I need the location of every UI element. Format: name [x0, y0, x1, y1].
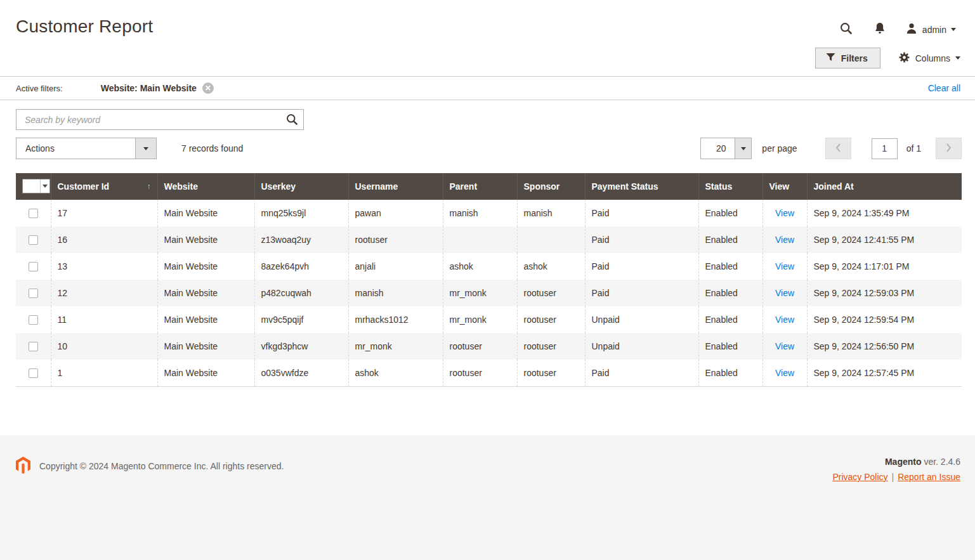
cell-username: anjali — [348, 253, 443, 280]
row-checkbox[interactable] — [29, 235, 38, 245]
bell-icon — [874, 22, 886, 37]
row-checkbox[interactable] — [29, 315, 38, 325]
column-header-customer-id[interactable]: Customer Id ↑ — [51, 173, 157, 200]
column-header-website[interactable]: Website — [157, 173, 254, 200]
column-header-view[interactable]: View — [762, 173, 807, 200]
column-header-parent[interactable]: Parent — [443, 173, 517, 200]
clear-all-link[interactable]: Clear all — [928, 83, 960, 93]
cell-sponsor: ashok — [517, 253, 585, 280]
cell-sponsor: rootuser — [517, 333, 585, 360]
sort-ascending-icon: ↑ — [147, 182, 151, 191]
magento-logo — [16, 457, 30, 476]
active-filters-label: Active filters: — [16, 84, 63, 93]
column-header-sponsor[interactable]: Sponsor — [517, 173, 585, 200]
chevron-down-icon — [735, 138, 751, 159]
view-link[interactable]: View — [775, 315, 794, 325]
columns-control[interactable]: Columns — [898, 51, 960, 65]
cell-joined-at: Sep 9, 2024 12:56:50 PM — [807, 333, 962, 360]
cell-parent: manish — [443, 200, 517, 226]
cell-userkey: mnq25ks9jl — [254, 200, 348, 226]
cell-parent: ashok — [443, 253, 517, 280]
cell-username: manish — [348, 280, 443, 306]
global-search-button[interactable] — [838, 20, 854, 39]
row-checkbox[interactable] — [29, 289, 38, 298]
filters-button-label: Filters — [841, 53, 868, 63]
search-submit-button[interactable] — [284, 112, 300, 129]
cell-payment-status: Unpaid — [585, 333, 698, 360]
columns-label: Columns — [915, 53, 950, 63]
admin-account-menu[interactable]: admin — [905, 22, 956, 37]
view-link[interactable]: View — [775, 341, 794, 351]
chevron-down-icon — [135, 138, 156, 159]
notifications-button[interactable] — [872, 20, 887, 39]
cell-username: pawan — [348, 200, 443, 226]
chevron-down-icon — [40, 179, 49, 193]
table-row: 12 Main Website p482cuqwah manish mr_mon… — [16, 280, 962, 306]
per-page-dropdown[interactable]: 20 — [700, 138, 752, 159]
column-header-userkey[interactable]: Userkey — [254, 173, 348, 200]
cell-joined-at: Sep 9, 2024 12:57:45 PM — [807, 360, 962, 386]
filter-funnel-icon — [826, 53, 835, 63]
report-issue-link[interactable]: Report an Issue — [898, 472, 960, 482]
view-link[interactable]: View — [775, 368, 794, 378]
cell-status: Enabled — [698, 333, 762, 360]
active-filter-chip: Website: Main Website ✕ — [101, 82, 214, 94]
cell-sponsor: rootuser — [517, 306, 585, 333]
cell-customer-id: 12 — [51, 280, 157, 306]
cell-parent: mr_monk — [443, 306, 517, 333]
select-all-checkbox[interactable] — [23, 179, 40, 193]
footer: Copyright © 2024 Magento Commerce Inc. A… — [0, 435, 975, 560]
table-row: 16 Main Website z13woaq2uy rootuser Paid… — [16, 226, 962, 253]
cell-userkey: mv9c5pqijf — [254, 306, 348, 333]
row-checkbox[interactable] — [29, 262, 38, 271]
customer-grid: Customer Id ↑ Website Userkey Username P… — [0, 159, 975, 387]
cell-username: mrhacks1012 — [348, 306, 443, 333]
select-all-checkbox-dropdown[interactable] — [22, 179, 50, 193]
cell-joined-at: Sep 9, 2024 12:41:55 PM — [807, 226, 962, 253]
previous-page-button[interactable] — [825, 138, 851, 159]
search-icon — [839, 22, 853, 37]
cell-userkey: o035vwfdze — [254, 360, 348, 386]
keyword-search-row — [0, 100, 975, 130]
view-link[interactable]: View — [775, 235, 794, 245]
view-link[interactable]: View — [775, 288, 794, 298]
per-page-value: 20 — [701, 143, 735, 153]
current-page-input[interactable] — [872, 138, 898, 159]
customer-report-page: Customer Report admin — [0, 0, 975, 560]
cell-website: Main Website — [157, 306, 254, 333]
table-row: 13 Main Website 8azek64pvh anjali ashok … — [16, 253, 962, 280]
search-input[interactable] — [16, 109, 304, 130]
cell-website: Main Website — [157, 360, 254, 386]
cell-parent — [443, 226, 517, 253]
next-page-button[interactable] — [936, 138, 962, 159]
row-checkbox[interactable] — [29, 209, 38, 218]
cell-status: Enabled — [698, 253, 762, 280]
pagination-controls: 20 per page of 1 — [700, 138, 962, 159]
cell-website: Main Website — [157, 226, 254, 253]
cell-website: Main Website — [157, 280, 254, 306]
brand-name: Magento — [885, 457, 922, 467]
cell-parent: rootuser — [443, 333, 517, 360]
view-link[interactable]: View — [775, 208, 794, 218]
column-header-username[interactable]: Username — [348, 173, 443, 200]
column-header-status[interactable]: Status — [698, 173, 762, 200]
remove-filter-icon[interactable]: ✕ — [202, 82, 214, 94]
column-header-payment-status[interactable]: Payment Status — [585, 173, 698, 200]
cell-username: ashok — [348, 360, 443, 386]
cell-payment-status: Paid — [585, 200, 698, 226]
page-title: Customer Report — [16, 16, 153, 37]
cell-username: mr_monk — [348, 333, 443, 360]
row-checkbox[interactable] — [29, 368, 38, 378]
row-checkbox[interactable] — [29, 342, 38, 351]
cell-sponsor — [517, 226, 585, 253]
filters-button[interactable]: Filters — [815, 48, 880, 68]
privacy-policy-link[interactable]: Privacy Policy — [832, 472, 887, 482]
actions-dropdown[interactable]: Actions — [16, 138, 157, 159]
grid-header-row: Customer Id ↑ Website Userkey Username P… — [16, 173, 962, 200]
cell-userkey: p482cuqwah — [254, 280, 348, 306]
cell-joined-at: Sep 9, 2024 1:17:01 PM — [807, 253, 962, 280]
column-header-joined-at[interactable]: Joined At — [807, 173, 962, 200]
header-actions: admin — [838, 20, 956, 39]
link-separator: | — [892, 472, 894, 482]
view-link[interactable]: View — [775, 261, 794, 271]
